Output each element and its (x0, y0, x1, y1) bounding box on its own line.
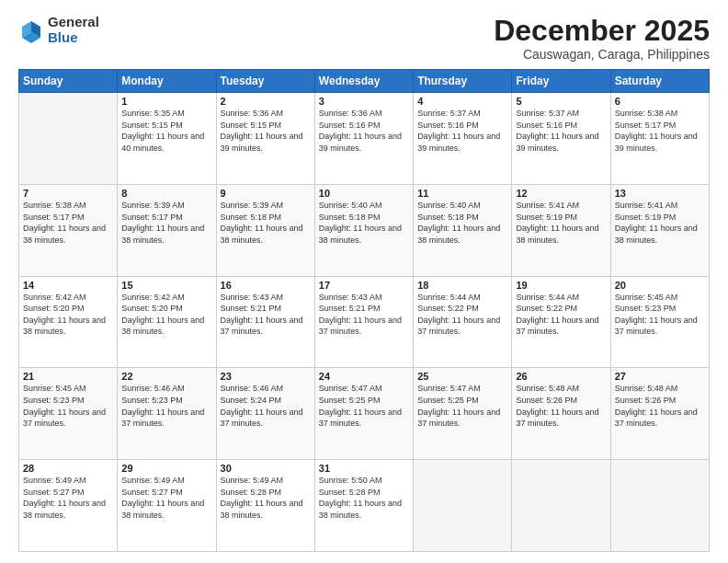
day-info: Sunrise: 5:45 AM Sunset: 5:23 PM Dayligh… (615, 292, 705, 338)
calendar-week-row: 21Sunrise: 5:45 AM Sunset: 5:23 PM Dayli… (19, 368, 710, 460)
day-info: Sunrise: 5:48 AM Sunset: 5:26 PM Dayligh… (615, 383, 705, 429)
table-row: 27Sunrise: 5:48 AM Sunset: 5:26 PM Dayli… (610, 368, 709, 460)
day-info: Sunrise: 5:43 AM Sunset: 5:21 PM Dayligh… (319, 292, 409, 338)
day-info: Sunrise: 5:43 AM Sunset: 5:21 PM Dayligh… (221, 292, 311, 338)
day-number: 3 (319, 96, 409, 107)
day-number: 5 (516, 96, 606, 107)
header-monday: Monday (118, 70, 216, 93)
logo: General Blue (18, 15, 99, 45)
table-row: 12Sunrise: 5:41 AM Sunset: 5:19 PM Dayli… (512, 184, 610, 276)
table-row: 1Sunrise: 5:35 AM Sunset: 5:15 PM Daylig… (118, 93, 216, 185)
day-info: Sunrise: 5:37 AM Sunset: 5:16 PM Dayligh… (417, 108, 507, 154)
day-info: Sunrise: 5:39 AM Sunset: 5:17 PM Dayligh… (121, 200, 211, 246)
day-number: 12 (516, 188, 606, 199)
day-number: 18 (417, 280, 507, 291)
table-row: 25Sunrise: 5:47 AM Sunset: 5:25 PM Dayli… (414, 368, 512, 460)
day-number: 9 (221, 188, 311, 199)
day-info: Sunrise: 5:37 AM Sunset: 5:16 PM Dayligh… (516, 108, 606, 154)
table-row: 4Sunrise: 5:37 AM Sunset: 5:16 PM Daylig… (414, 93, 512, 185)
table-row: 16Sunrise: 5:43 AM Sunset: 5:21 PM Dayli… (216, 276, 314, 368)
day-number: 30 (221, 463, 311, 474)
table-row: 20Sunrise: 5:45 AM Sunset: 5:23 PM Dayli… (610, 276, 709, 368)
table-row: 17Sunrise: 5:43 AM Sunset: 5:21 PM Dayli… (314, 276, 413, 368)
day-number: 13 (615, 188, 705, 199)
day-number: 26 (516, 371, 606, 382)
day-number: 21 (23, 371, 113, 382)
day-number: 15 (121, 280, 211, 291)
table-row: 6Sunrise: 5:38 AM Sunset: 5:17 PM Daylig… (610, 93, 709, 185)
header-friday: Friday (512, 70, 610, 93)
table-row: 11Sunrise: 5:40 AM Sunset: 5:18 PM Dayli… (414, 184, 512, 276)
table-row: 30Sunrise: 5:49 AM Sunset: 5:28 PM Dayli… (216, 460, 314, 552)
table-row (19, 93, 118, 185)
day-number: 11 (417, 188, 507, 199)
day-number: 20 (615, 280, 705, 291)
table-row: 15Sunrise: 5:42 AM Sunset: 5:20 PM Dayli… (118, 276, 216, 368)
table-row: 2Sunrise: 5:36 AM Sunset: 5:15 PM Daylig… (216, 93, 314, 185)
calendar-week-row: 1Sunrise: 5:35 AM Sunset: 5:15 PM Daylig… (19, 93, 710, 185)
day-number: 7 (23, 188, 113, 199)
day-info: Sunrise: 5:36 AM Sunset: 5:16 PM Dayligh… (319, 108, 409, 154)
day-info: Sunrise: 5:49 AM Sunset: 5:27 PM Dayligh… (23, 475, 113, 521)
table-row: 23Sunrise: 5:46 AM Sunset: 5:24 PM Dayli… (216, 368, 314, 460)
table-row: 10Sunrise: 5:40 AM Sunset: 5:18 PM Dayli… (314, 184, 413, 276)
day-number: 6 (615, 96, 705, 107)
table-row: 18Sunrise: 5:44 AM Sunset: 5:22 PM Dayli… (414, 276, 512, 368)
day-number: 27 (615, 371, 705, 382)
calendar-header-row: Sunday Monday Tuesday Wednesday Thursday… (19, 70, 710, 93)
day-number: 24 (319, 371, 409, 382)
header-sunday: Sunday (19, 70, 118, 93)
table-row (512, 460, 610, 552)
day-number: 2 (221, 96, 311, 107)
day-info: Sunrise: 5:41 AM Sunset: 5:19 PM Dayligh… (516, 200, 606, 246)
header-saturday: Saturday (610, 70, 709, 93)
title-block: December 2025 Causwagan, Caraga, Philipp… (494, 15, 710, 62)
table-row: 21Sunrise: 5:45 AM Sunset: 5:23 PM Dayli… (19, 368, 118, 460)
day-info: Sunrise: 5:36 AM Sunset: 5:15 PM Dayligh… (221, 108, 311, 154)
table-row: 8Sunrise: 5:39 AM Sunset: 5:17 PM Daylig… (118, 184, 216, 276)
table-row: 22Sunrise: 5:46 AM Sunset: 5:23 PM Dayli… (118, 368, 216, 460)
day-info: Sunrise: 5:49 AM Sunset: 5:28 PM Dayligh… (221, 475, 311, 521)
table-row (610, 460, 709, 552)
calendar-week-row: 7Sunrise: 5:38 AM Sunset: 5:17 PM Daylig… (19, 184, 710, 276)
day-number: 8 (121, 188, 211, 199)
day-info: Sunrise: 5:49 AM Sunset: 5:27 PM Dayligh… (121, 475, 211, 521)
day-number: 29 (121, 463, 211, 474)
day-number: 22 (121, 371, 211, 382)
day-number: 16 (221, 280, 311, 291)
day-number: 1 (121, 96, 211, 107)
main-title: December 2025 (494, 15, 710, 47)
table-row: 9Sunrise: 5:39 AM Sunset: 5:18 PM Daylig… (216, 184, 314, 276)
day-info: Sunrise: 5:47 AM Sunset: 5:25 PM Dayligh… (319, 383, 409, 429)
calendar-week-row: 14Sunrise: 5:42 AM Sunset: 5:20 PM Dayli… (19, 276, 710, 368)
day-info: Sunrise: 5:35 AM Sunset: 5:15 PM Dayligh… (121, 108, 211, 154)
day-info: Sunrise: 5:42 AM Sunset: 5:20 PM Dayligh… (23, 292, 113, 338)
day-number: 31 (319, 463, 409, 474)
table-row: 19Sunrise: 5:44 AM Sunset: 5:22 PM Dayli… (512, 276, 610, 368)
header-wednesday: Wednesday (314, 70, 413, 93)
day-info: Sunrise: 5:40 AM Sunset: 5:18 PM Dayligh… (319, 200, 409, 246)
table-row: 28Sunrise: 5:49 AM Sunset: 5:27 PM Dayli… (19, 460, 118, 552)
day-info: Sunrise: 5:46 AM Sunset: 5:24 PM Dayligh… (221, 383, 311, 429)
calendar-week-row: 28Sunrise: 5:49 AM Sunset: 5:27 PM Dayli… (19, 460, 710, 552)
table-row: 24Sunrise: 5:47 AM Sunset: 5:25 PM Dayli… (314, 368, 413, 460)
day-number: 23 (221, 371, 311, 382)
day-info: Sunrise: 5:45 AM Sunset: 5:23 PM Dayligh… (23, 383, 113, 429)
day-info: Sunrise: 5:38 AM Sunset: 5:17 PM Dayligh… (615, 108, 705, 154)
day-info: Sunrise: 5:44 AM Sunset: 5:22 PM Dayligh… (516, 292, 606, 338)
day-info: Sunrise: 5:47 AM Sunset: 5:25 PM Dayligh… (417, 383, 507, 429)
day-info: Sunrise: 5:39 AM Sunset: 5:18 PM Dayligh… (221, 200, 311, 246)
day-number: 19 (516, 280, 606, 291)
day-info: Sunrise: 5:41 AM Sunset: 5:19 PM Dayligh… (615, 200, 705, 246)
table-row: 29Sunrise: 5:49 AM Sunset: 5:27 PM Dayli… (118, 460, 216, 552)
day-number: 17 (319, 280, 409, 291)
logo-icon (18, 17, 44, 43)
calendar-table: Sunday Monday Tuesday Wednesday Thursday… (18, 69, 710, 552)
table-row: 26Sunrise: 5:48 AM Sunset: 5:26 PM Dayli… (512, 368, 610, 460)
table-row: 7Sunrise: 5:38 AM Sunset: 5:17 PM Daylig… (19, 184, 118, 276)
logo-blue-text: Blue (48, 30, 99, 46)
day-info: Sunrise: 5:40 AM Sunset: 5:18 PM Dayligh… (417, 200, 507, 246)
header-thursday: Thursday (414, 70, 512, 93)
day-number: 14 (23, 280, 113, 291)
day-number: 25 (417, 371, 507, 382)
